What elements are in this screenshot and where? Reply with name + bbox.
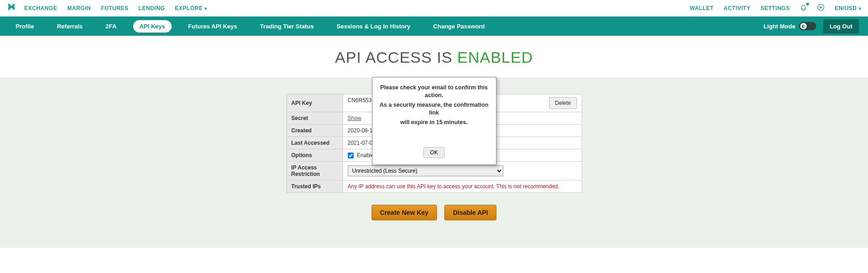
topnav-margin[interactable]: MARGIN <box>67 5 91 11</box>
logout-button[interactable]: Log Out <box>823 19 859 33</box>
subnav-futures-api-keys[interactable]: Futures API Keys <box>182 20 243 33</box>
subnav-right: Light Mode ◐ Log Out <box>764 19 859 33</box>
download-icon[interactable] <box>817 4 825 13</box>
lightmode-control: Light Mode ◐ <box>764 22 816 30</box>
logo[interactable] <box>7 2 16 14</box>
title-status: ENABLED <box>457 49 533 66</box>
create-new-key-button[interactable]: Create New Key <box>372 205 437 220</box>
subnav-trading-tier[interactable]: Trading Tier Status <box>253 20 320 33</box>
topnav-explore[interactable]: EXPLORE <box>175 5 207 11</box>
topnav-futures[interactable]: FUTURES <box>101 5 129 11</box>
subnav-api-keys[interactable]: API Keys <box>133 20 172 33</box>
label-options: Options <box>286 149 343 162</box>
enable-trading-checkbox[interactable] <box>348 153 354 158</box>
lightmode-toggle[interactable]: ◐ <box>799 22 816 30</box>
modal-line3: will expire in 15 minutes. <box>378 119 491 126</box>
label-last-accessed: Last Accessed <box>286 137 343 149</box>
trusted-ips-warning: Any IP address can use this API key to a… <box>348 183 560 190</box>
subnav-2fa[interactable]: 2FA <box>99 20 123 33</box>
label-ip-access: IP Access Restriction <box>286 162 343 180</box>
topnav-settings[interactable]: SETTINGS <box>760 5 790 11</box>
topnav-lending[interactable]: LENDING <box>139 5 165 11</box>
subnav: Profile Referrals 2FA API Keys Futures A… <box>0 16 868 36</box>
ip-access-select[interactable]: Unrestricted (Less Secure) <box>348 165 503 176</box>
topnav: EXCHANGE MARGIN FUTURES LENDING EXPLORE … <box>0 0 868 16</box>
label-secret: Secret <box>286 112 343 125</box>
label-api-key: API Key <box>286 94 343 112</box>
label-created: Created <box>286 125 343 137</box>
topnav-left: EXCHANGE MARGIN FUTURES LENDING EXPLORE <box>24 5 207 11</box>
page-title: API ACCESS IS ENABLED <box>0 36 868 77</box>
value-trusted-ips: Any IP address can use this API key to a… <box>343 180 582 193</box>
label-trusted-ips: Trusted IPs <box>286 180 343 193</box>
bell-icon[interactable] <box>800 4 807 13</box>
title-prefix: API ACCESS IS <box>335 49 457 66</box>
subnav-referrals[interactable]: Referrals <box>50 20 89 33</box>
delete-button[interactable]: Delete <box>549 97 577 109</box>
modal-line1: Please check your email to confirm this … <box>378 84 491 99</box>
modal-line2: As a security measure, the confirmation … <box>378 101 491 117</box>
topnav-right: WALLET ACTIVITY SETTINGS EN/USD <box>690 4 861 13</box>
disable-api-button[interactable]: Disable API <box>444 205 497 220</box>
subnav-sessions[interactable]: Sessions & Log In History <box>330 20 417 33</box>
modal-ok-button[interactable]: OK <box>423 147 445 158</box>
lightmode-label: Light Mode <box>764 23 795 30</box>
topnav-locale[interactable]: EN/USD <box>835 5 861 11</box>
topnav-activity[interactable]: ACTIVITY <box>723 5 750 11</box>
confirmation-modal: Please check your email to confirm this … <box>372 77 496 165</box>
secret-show-link[interactable]: Show <box>348 115 361 121</box>
action-buttons: Create New Key Disable API <box>0 205 868 220</box>
subnav-profile[interactable]: Profile <box>9 20 40 33</box>
subnav-change-password[interactable]: Change Password <box>427 20 491 33</box>
topnav-wallet[interactable]: WALLET <box>690 5 713 11</box>
row-trusted-ips: Trusted IPs Any IP address can use this … <box>286 180 582 193</box>
topnav-exchange[interactable]: EXCHANGE <box>24 5 57 11</box>
